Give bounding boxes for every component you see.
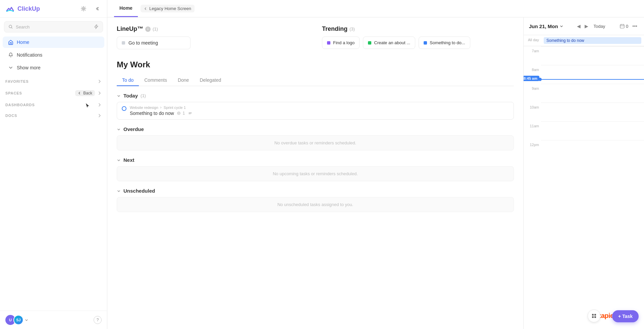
overdue-header[interactable]: Overdue	[117, 126, 514, 132]
svg-rect-3	[620, 24, 624, 28]
work-tab-comments[interactable]: Comments	[139, 75, 172, 86]
sidebar-item-show-more[interactable]: Show more	[3, 62, 104, 73]
collapse-unscheduled-icon	[117, 189, 121, 193]
spaces-back-button[interactable]: Back	[75, 90, 95, 96]
sidebar-item-home[interactable]: Home	[3, 37, 104, 48]
time-content-9am	[541, 84, 644, 103]
trending-section: Trending (3) Find a logo Create an about…	[322, 25, 514, 49]
search-placeholder: Search	[16, 24, 91, 29]
task-checkbox-0[interactable]	[122, 106, 126, 111]
cal-calendar-icon	[620, 24, 625, 28]
gear-icon	[81, 6, 86, 11]
svg-rect-6	[592, 316, 594, 318]
time-content-10am	[541, 103, 644, 121]
settings-button[interactable]	[79, 4, 88, 13]
topbar: Home Legacy Home Screen	[107, 0, 644, 17]
sidebar-section-dashboards[interactable]: DASHBOARDS	[0, 97, 107, 108]
overdue-title: Overdue	[123, 126, 144, 132]
help-button[interactable]: ?	[94, 316, 102, 324]
cal-today-button[interactable]: Today	[591, 22, 608, 30]
time-label-8am: 8am	[524, 65, 541, 74]
cal-more-options-button[interactable]: •••	[631, 22, 639, 30]
today-count: (1)	[141, 93, 146, 98]
time-label-12pm: 12pm	[524, 140, 541, 149]
calendar-nav: ◀ ▶ Today	[576, 22, 608, 30]
current-time-line	[541, 79, 644, 80]
task-item-0[interactable]: Website redesign Sprint cycle 1 Somethin…	[117, 102, 514, 120]
app-name: ClickUp	[17, 5, 40, 12]
calendar-body: 7am 8am 8:45 am	[524, 46, 644, 329]
task-breadcrumb-0: Website redesign Sprint cycle 1	[130, 106, 509, 110]
calendar-header: Jun 21, Mon ◀ ▶ Today	[524, 17, 644, 35]
today-section: Today (1) Website redesign Sprint cycle	[117, 93, 514, 120]
today-header[interactable]: Today (1)	[117, 93, 514, 98]
tab-home[interactable]: Home	[114, 0, 138, 17]
svg-point-0	[83, 8, 85, 10]
trending-dot-1	[368, 41, 371, 45]
lineup-task-card[interactable]: Go to meeting	[117, 37, 191, 49]
trending-card-0[interactable]: Find a logo	[322, 37, 360, 49]
timeslot-11am: 11am	[524, 121, 644, 140]
breadcrumb-parent: Website redesign	[130, 106, 158, 110]
time-label-11am: 11am	[524, 121, 541, 131]
trending-title: Trending (3)	[322, 25, 514, 32]
favorites-label: FAVORITES	[5, 79, 29, 83]
trending-card-1[interactable]: Create an about ...	[363, 37, 415, 49]
logo[interactable]: ClickUp	[5, 4, 40, 13]
trending-count: (3)	[350, 26, 355, 31]
timeslot-12pm: 12pm	[524, 140, 644, 159]
time-label-7am: 7am	[524, 46, 541, 56]
lineup-info-icon[interactable]: i	[145, 26, 151, 32]
sidebar-footer: U SJ ?	[0, 311, 107, 329]
grid-view-button[interactable]	[588, 310, 600, 322]
back-arrow-icon	[78, 91, 81, 95]
add-task-fab[interactable]: + Task	[612, 310, 639, 322]
timeslot-10am: 10am	[524, 103, 644, 121]
flash-icon	[93, 24, 99, 29]
chevron-right-icon-favorites	[98, 79, 102, 83]
content-main: LineUp™ i (1) Go to meeting Trending (3)	[107, 17, 523, 329]
svg-rect-7	[594, 316, 596, 318]
search-bar[interactable]: Search	[4, 21, 103, 32]
next-header[interactable]: Next	[117, 157, 514, 163]
sidebar-section-spaces[interactable]: SPACES Back	[0, 85, 107, 97]
sidebar-section-favorites[interactable]: FAVORITES	[0, 74, 107, 85]
spaces-label: SPACES	[5, 91, 22, 95]
sidebar-header: ClickUp	[0, 0, 107, 18]
cal-next-button[interactable]: ▶	[583, 22, 590, 30]
sidebar-item-notifications[interactable]: Notifications	[3, 49, 104, 61]
work-tab-delegated[interactable]: Delegated	[194, 75, 226, 86]
cal-prev-button[interactable]: ◀	[576, 22, 582, 30]
next-empty: No upcoming tasks or reminders scheduled…	[117, 166, 514, 181]
avatar-group[interactable]: U SJ	[5, 315, 28, 325]
tab-legacy-home[interactable]: Legacy Home Screen	[141, 5, 195, 12]
allday-event[interactable]: Something to do now	[544, 37, 641, 44]
chevrons-left-icon	[94, 6, 100, 11]
trending-label-1: Create an about ...	[374, 40, 410, 45]
unscheduled-header[interactable]: Unscheduled	[117, 188, 514, 194]
calendar-date[interactable]: Jun 21, Mon	[529, 23, 564, 29]
trending-card-2[interactable]: Something to do...	[419, 37, 470, 49]
main-content: Home Legacy Home Screen LineUp™ i (1)	[107, 0, 644, 329]
chevron-right-icon-docs	[98, 114, 102, 118]
collapse-sidebar-button[interactable]	[92, 4, 102, 13]
work-tab-done[interactable]: Done	[172, 75, 194, 86]
task-dot-gray	[122, 41, 125, 45]
collapse-next-icon	[117, 158, 121, 162]
trending-label-0: Find a logo	[333, 40, 355, 45]
current-time-dot	[538, 78, 542, 81]
sidebar-section-docs[interactable]: DOCS	[0, 108, 107, 119]
trending-cards: Find a logo Create an about ... Somethin…	[322, 37, 514, 49]
calendar-panel: Jun 21, Mon ◀ ▶ Today	[523, 17, 644, 329]
work-tab-todo[interactable]: To do	[117, 75, 139, 86]
chevron-right-icon-dashboards	[98, 103, 102, 107]
lineup-section: LineUp™ i (1) Go to meeting	[117, 25, 322, 49]
avatar-sj: SJ	[13, 315, 23, 325]
back-label: Back	[83, 91, 92, 95]
grid-icon	[591, 313, 597, 319]
unscheduled-empty: No unscheduled tasks assigned to you.	[117, 197, 514, 212]
unscheduled-section: Unscheduled No unscheduled tasks assigne…	[117, 188, 514, 212]
allday-event-col: Something to do now	[541, 35, 644, 46]
chevron-right-icon-spaces	[98, 91, 102, 95]
sidebar-item-notifications-label: Notifications	[17, 52, 42, 58]
